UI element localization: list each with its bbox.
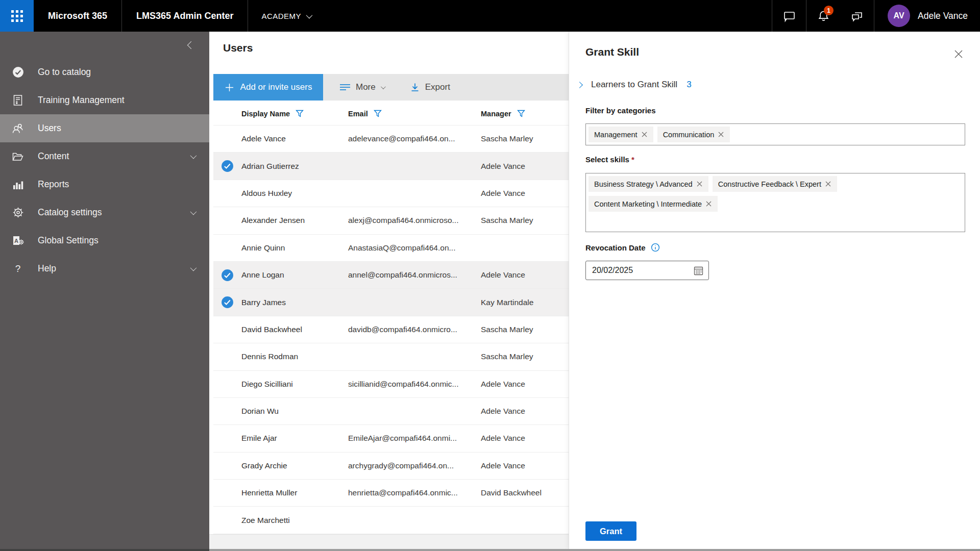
filter-manager-button[interactable] [516,109,526,118]
table-row[interactable]: Alexander Jensen alexj@compafi464.onmicr… [213,207,569,234]
close-icon [825,181,831,187]
revocation-date-label: Revocation Date [585,243,660,252]
grant-button[interactable]: Grant [585,521,636,541]
table-row[interactable]: Anne Logan annel@compafi464.onmicros... … [213,262,569,289]
skill-tag: Content Marketing \ Intermediate [589,196,718,212]
selected-check-icon [221,269,234,282]
user-name: Adele Vance [918,11,968,21]
calendar-button[interactable] [691,265,708,276]
skills-input[interactable]: Business Strategy \ Advanced Constructiv… [585,173,965,232]
sidebar-item-label: Go to catalog [38,67,91,78]
remove-tag-button[interactable] [714,130,728,139]
add-or-invite-users-button[interactable]: Add or invite users [213,74,323,101]
sidebar: Go to catalog Training Management Use [0,32,209,549]
cell-manager: Adele Vance [481,162,569,171]
table-row[interactable]: Adrian Gutierrez Adele Vance [213,153,569,180]
tenant-selector[interactable]: ACADEMY [248,0,324,32]
feedback-button[interactable] [840,0,874,32]
table-row[interactable]: Grady Archie archygrady@compafi464.on...… [213,453,569,480]
users-table-body: Adele Vance adelevance@compafi464.on... … [213,126,569,534]
sidebar-item-label: Training Management [38,95,125,106]
cell-manager: Adele Vance [481,407,569,416]
table-row[interactable]: Aldous Huxley Adele Vance [213,180,569,207]
filter-email-button[interactable] [373,109,383,118]
info-icon [651,243,660,252]
cell-display-name: Dennis Rodman [241,352,348,361]
remove-tag-button[interactable] [821,179,835,189]
learners-expander[interactable]: Learners to Grant Skill 3 [577,80,692,90]
revocation-date-input[interactable] [586,266,691,275]
account-menu[interactable]: AV Adele Vance [874,0,980,32]
close-icon [642,132,647,137]
lms365-admin-window: Microsoft 365 LMS365 Admin Center ACADEM… [0,0,980,551]
cell-manager: David Backwheel [481,488,569,497]
sidebar-collapse-button[interactable] [185,39,197,53]
cell-email: alexj@compafi464.onmicroso... [348,216,481,225]
sidebar-item-users[interactable]: Users [0,114,209,142]
categories-label: Filter by categories [585,106,656,115]
cell-display-name: Grady Archie [241,461,348,470]
waffle-icon [11,10,23,22]
remove-tag-button[interactable] [693,179,706,189]
remove-tag-button[interactable] [638,130,651,139]
table-row[interactable]: Henrietta Muller henrietta@compafi464.on… [213,480,569,507]
table-row[interactable]: Diego Sicilliani sicillianid@compafi464.… [213,371,569,398]
gear-icon [9,206,27,219]
table-header: Display Name Email Manager [213,102,569,126]
table-row[interactable]: Annie Quinn AnastasiaQ@compafi464.on... [213,235,569,262]
more-button[interactable]: More [330,74,394,101]
sidebar-item-label: Content [38,151,69,162]
cell-email: EmileAjar@compafi464.onmi... [348,434,481,443]
more-label: More [356,82,376,92]
remove-tag-button[interactable] [702,199,716,209]
sidebar-item-help[interactable]: ? Help [0,255,209,283]
filter-display-name-button[interactable] [295,109,305,118]
table-row[interactable]: Barry James Kay Martindale [213,289,569,316]
help-icon: ? [9,263,27,274]
cell-display-name: Aldous Huxley [241,189,348,198]
sidebar-item-label: Global Settings [38,235,99,246]
export-button[interactable]: Export [401,74,459,101]
app-launcher-button[interactable] [0,0,34,32]
filter-icon [517,110,525,117]
document-icon [9,94,27,107]
learners-count: 3 [687,80,691,90]
info-button[interactable] [651,243,660,252]
chevron-right-icon [576,82,583,88]
cell-manager: Sascha Marley [481,134,569,143]
table-row[interactable]: Zoe Marchetti [213,507,569,534]
horizontal-scrollbar[interactable] [209,534,569,549]
sidebar-item-label: Users [38,123,61,134]
chevron-left-icon [187,41,195,49]
chat-button[interactable] [772,0,806,32]
plus-icon [225,83,234,92]
selected-check-icon [221,296,234,309]
sidebar-item-global-settings[interactable]: A Global Settings [0,227,209,255]
categories-input[interactable]: Management Communication [585,123,965,145]
table-row[interactable]: Dennis Rodman Sascha Marley [213,343,569,370]
notifications-button[interactable]: 1 [806,0,840,32]
close-icon [706,201,712,207]
table-row[interactable]: Dorian Wu Adele Vance [213,398,569,425]
skill-tag-label: Constructive Feedback \ Expert [718,180,821,188]
cell-email: davidb@compafi464.onmicro... [348,325,481,334]
close-panel-button[interactable] [951,47,966,61]
toolbar: Add or invite users More Export [213,74,569,101]
cell-display-name: Barry James [241,298,348,307]
close-icon [697,181,702,187]
category-tag: Management [589,127,653,142]
sidebar-item-catalog-settings[interactable]: Catalog settings [0,198,209,227]
sidebar-item-go-to-catalog[interactable]: Go to catalog [0,58,209,86]
panel-title: Grant Skill [585,46,639,58]
sidebar-item-label: Catalog settings [38,207,102,218]
cell-display-name: Zoe Marchetti [241,516,348,525]
sidebar-item-training-management[interactable]: Training Management [0,86,209,114]
table-row[interactable]: Emile Ajar EmileAjar@compafi464.onmi... … [213,425,569,452]
table-row[interactable]: David Backwheel davidb@compafi464.onmicr… [213,316,569,343]
sidebar-item-reports[interactable]: Reports [0,170,209,198]
chevron-down-icon [190,153,197,159]
close-icon [953,49,964,59]
notification-badge: 1 [824,6,834,15]
table-row[interactable]: Adele Vance adelevance@compafi464.on... … [213,126,569,153]
sidebar-item-content[interactable]: Content [0,142,209,170]
